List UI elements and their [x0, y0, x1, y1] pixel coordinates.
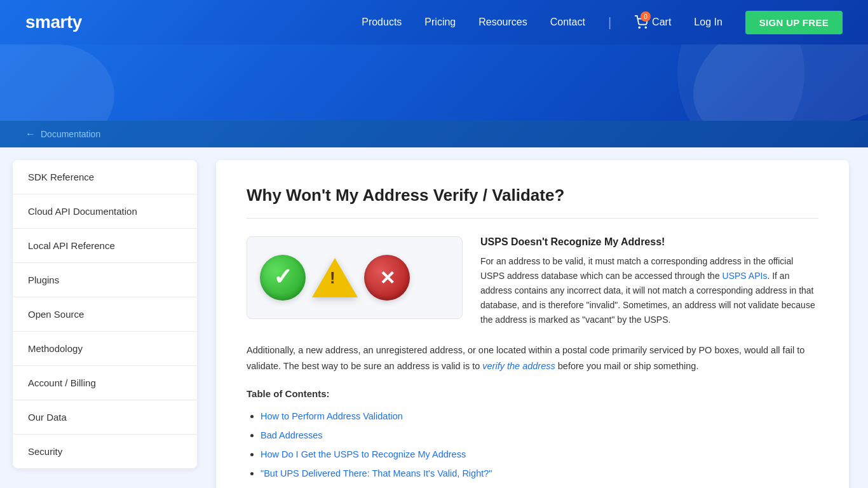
toc-title: Table of Contents:	[247, 388, 818, 399]
cart-badge: 0	[641, 11, 651, 22]
section-divider	[247, 218, 818, 219]
svg-point-1	[646, 27, 647, 28]
sidebar-item-cloud-api[interactable]: Cloud API Documentation	[13, 194, 197, 229]
sidebar-item-account-billing[interactable]: Account / Billing	[13, 366, 197, 400]
sidebar: SDK Reference Cloud API Documentation Lo…	[0, 147, 210, 488]
usps-body: For an address to be valid, it must matc…	[480, 254, 818, 327]
cart-label: Cart	[652, 17, 671, 28]
sidebar-item-local-api[interactable]: Local API Reference	[13, 229, 197, 263]
toc-item-2: Bad Addresses	[261, 426, 818, 445]
usps-heading: USPS Doesn't Recognize My Address!	[480, 236, 818, 248]
sidebar-item-plugins[interactable]: Plugins	[13, 263, 197, 297]
hero-shape-left	[0, 44, 114, 121]
breadcrumb-link[interactable]: Documentation	[41, 129, 100, 139]
x-icon	[364, 255, 410, 301]
main-layout: SDK Reference Cloud API Documentation Lo…	[0, 147, 868, 488]
check-icon	[260, 255, 306, 301]
usps-text-block: USPS Doesn't Recognize My Address! For a…	[480, 236, 818, 327]
header: smarty Products Pricing Resources Contac…	[0, 0, 868, 44]
usps-apis-link[interactable]: USPS APIs	[722, 271, 768, 281]
toc-item-3: How Do I Get the USPS to Recognize My Ad…	[261, 445, 818, 464]
nav-contact[interactable]: Contact	[550, 17, 585, 28]
logo[interactable]: smarty	[25, 12, 82, 32]
warning-triangle-icon	[312, 258, 358, 297]
sidebar-item-methodology[interactable]: Methodology	[13, 332, 197, 366]
toc-section: Table of Contents: How to Perform Addres…	[247, 388, 818, 483]
page-title: Why Won't My Address Verify / Validate?	[247, 186, 818, 205]
warning-icon-container	[312, 257, 358, 298]
svg-point-0	[639, 27, 640, 28]
sidebar-item-security[interactable]: Security	[13, 435, 197, 468]
sidebar-item-our-data[interactable]: Our Data	[13, 400, 197, 435]
verify-address-link[interactable]: verify the address	[482, 361, 555, 371]
status-icons-container	[247, 236, 463, 319]
main-nav: Products Pricing Resources Contact | 0 C…	[362, 11, 843, 34]
content-area: Why Won't My Address Verify / Validate? …	[210, 147, 868, 488]
nav-pricing[interactable]: Pricing	[424, 17, 456, 28]
content-card: Why Won't My Address Verify / Validate? …	[216, 160, 849, 488]
cart-button[interactable]: 0 Cart	[634, 15, 671, 29]
toc-item-1: How to Perform Address Validation	[261, 407, 818, 426]
sidebar-item-sdk-reference[interactable]: SDK Reference	[13, 160, 197, 194]
sidebar-card: SDK Reference Cloud API Documentation Lo…	[13, 160, 197, 468]
nav-divider: |	[608, 15, 611, 30]
hero-band	[0, 44, 868, 121]
login-button[interactable]: Log In	[694, 17, 722, 28]
sidebar-item-open-source[interactable]: Open Source	[13, 297, 197, 332]
nav-products[interactable]: Products	[362, 17, 402, 28]
toc-list: How to Perform Address Validation Bad Ad…	[247, 407, 818, 483]
toc-link-4[interactable]: "But UPS Delivered There: That Means It'…	[261, 468, 492, 478]
breadcrumb-bar: ← Documentation	[0, 121, 868, 147]
toc-item-4: "But UPS Delivered There: That Means It'…	[261, 464, 818, 483]
nav-resources[interactable]: Resources	[478, 17, 527, 28]
breadcrumb-arrow-icon: ←	[25, 128, 36, 140]
toc-link-2[interactable]: Bad Addresses	[261, 430, 323, 440]
usps-section: USPS Doesn't Recognize My Address! For a…	[247, 236, 818, 327]
toc-link-1[interactable]: How to Perform Address Validation	[261, 411, 403, 421]
signup-button[interactable]: SIGN UP FREE	[745, 11, 843, 34]
article-body: Additionally, a new address, an unregist…	[247, 342, 818, 374]
toc-link-3[interactable]: How Do I Get the USPS to Recognize My Ad…	[261, 449, 466, 459]
